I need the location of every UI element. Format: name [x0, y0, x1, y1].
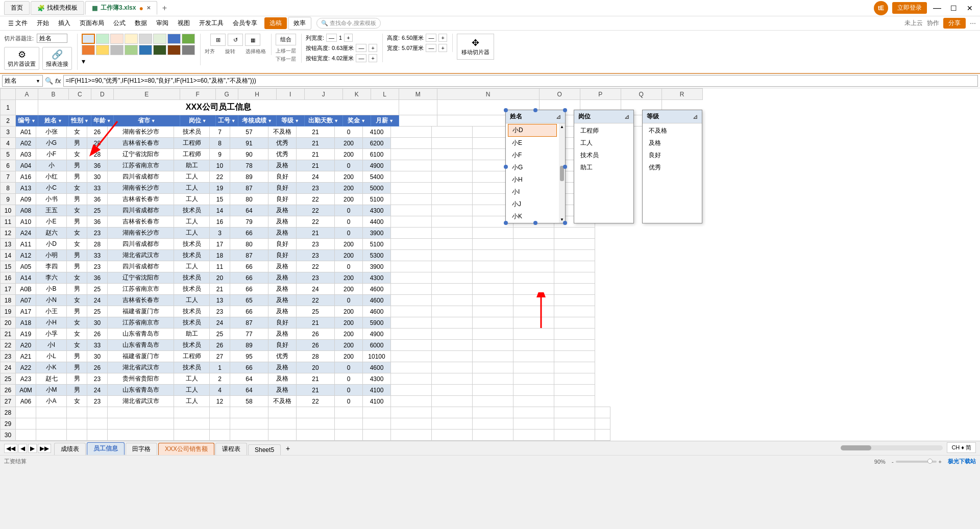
cell[interactable]: 及格	[268, 272, 297, 284]
table-row[interactable]: 18A07小N女24吉林省长春市工人1365及格2204600	[1, 295, 610, 306]
cell[interactable]: 57	[230, 127, 268, 138]
w-minus[interactable]: —	[426, 44, 436, 52]
style-btn-10[interactable]	[96, 45, 109, 55]
cell[interactable]: 工人	[174, 261, 210, 272]
cell[interactable]: A13	[16, 183, 36, 194]
cell[interactable]: 10	[210, 160, 230, 171]
cell[interactable]: 男	[67, 306, 87, 317]
cell[interactable]: 小C	[36, 183, 67, 194]
minimize-btn[interactable]: —	[931, 2, 943, 14]
add-sheet-btn[interactable]: +	[282, 443, 294, 454]
table-row[interactable]: 19A17小王男25福建省厦门市技术员2366及格252004600	[1, 306, 610, 317]
group-btn[interactable]: 组合	[276, 34, 296, 45]
cell[interactable]: 26	[87, 329, 108, 340]
cell[interactable]: 工人	[174, 171, 210, 183]
down-layer-btn[interactable]: 下移一层	[276, 56, 296, 63]
resize-handle-left[interactable]	[504, 165, 508, 169]
cell[interactable]: 200	[335, 239, 363, 250]
cell[interactable]: 200	[335, 317, 363, 329]
cell[interactable]: 11	[210, 261, 230, 272]
cell[interactable]: 技术员	[174, 239, 210, 250]
slicer-item-xiaoE[interactable]: 小E	[508, 137, 557, 149]
cell[interactable]: 18	[210, 250, 230, 261]
cell[interactable]: 10100	[363, 351, 391, 362]
cell[interactable]: 6000	[363, 340, 391, 351]
cell[interactable]: A12	[16, 250, 36, 261]
style-btn-9[interactable]	[82, 45, 95, 55]
slicer-filter-icon-gw[interactable]: ⊿	[624, 113, 629, 120]
cell[interactable]: 4600	[363, 284, 391, 295]
cell[interactable]: 女	[67, 317, 87, 329]
cell[interactable]: 小N	[36, 295, 67, 306]
cell[interactable]: 吉林省长春市	[108, 295, 174, 306]
cell[interactable]: 良好	[268, 183, 297, 194]
cell[interactable]: 200	[335, 183, 363, 194]
cell[interactable]: 小E	[36, 216, 67, 228]
cell[interactable]: 21	[210, 284, 230, 295]
cell[interactable]: 200	[335, 250, 363, 261]
cell[interactable]: 湖北省武汉市	[108, 362, 174, 373]
cell[interactable]: 0	[335, 362, 363, 373]
cell[interactable]: A0B	[16, 284, 36, 295]
cell[interactable]: 小明	[36, 250, 67, 261]
cell[interactable]: A05	[16, 261, 36, 272]
cell[interactable]: 23	[87, 396, 108, 407]
formula-search-icon[interactable]: 🔍	[45, 77, 53, 85]
style-btn-12[interactable]	[125, 45, 138, 55]
cell[interactable]: 小	[36, 160, 67, 171]
cell[interactable]: 64	[230, 205, 268, 216]
cell[interactable]: 小I	[36, 340, 67, 351]
cell[interactable]: 女	[67, 329, 87, 340]
cell[interactable]: 25	[297, 306, 335, 317]
table-row[interactable]: 27A06小A女23湖北省武汉市工人1258不及格2204100	[1, 396, 610, 407]
col-header-c[interactable]: C	[68, 89, 91, 100]
cell[interactable]: 26	[210, 340, 230, 351]
cell[interactable]: 22	[297, 194, 335, 205]
cell[interactable]: 5100	[363, 239, 391, 250]
cell[interactable]: 小L	[36, 351, 67, 362]
cell[interactable]: 江苏省南京市	[108, 160, 174, 171]
col-header-k[interactable]: K	[342, 89, 371, 100]
cell[interactable]: 赵七	[36, 373, 67, 385]
cell[interactable]: 2	[210, 373, 230, 385]
cell[interactable]: 男	[67, 216, 87, 228]
menu-layout[interactable]: 页面布局	[76, 17, 108, 29]
cell[interactable]: 女	[67, 239, 87, 250]
cell[interactable]: 30	[87, 317, 108, 329]
cell[interactable]: 3900	[363, 261, 391, 272]
cell[interactable]: 26	[297, 340, 335, 351]
style-btn-6[interactable]	[153, 34, 166, 44]
menu-data[interactable]: 数据	[131, 17, 151, 29]
cell[interactable]: 0	[335, 127, 363, 138]
cell[interactable]: 24	[297, 284, 335, 295]
col-header-i[interactable]: I	[276, 89, 304, 100]
slicer-item-excellent[interactable]: 优秀	[645, 162, 700, 173]
add-tab-btn[interactable]: +	[158, 2, 171, 15]
cell[interactable]: 200	[335, 284, 363, 295]
resize-handle-bottomleft[interactable]	[504, 221, 508, 225]
cell[interactable]: 12	[210, 396, 230, 407]
cell[interactable]: 4	[210, 385, 230, 396]
row-h-minus[interactable]: —	[356, 44, 366, 52]
cell[interactable]: 66	[230, 362, 268, 373]
col-header-l[interactable]: L	[371, 89, 399, 100]
col-header-b[interactable]: B	[38, 89, 68, 100]
cell[interactable]: 21	[297, 127, 335, 138]
cell[interactable]: 28	[87, 239, 108, 250]
cell[interactable]: 女	[67, 340, 87, 351]
cell[interactable]: 21	[297, 373, 335, 385]
sheet-nav-left[interactable]: ◀◀ ◀ ▶ ▶▶	[4, 444, 51, 455]
cell[interactable]: 22	[297, 261, 335, 272]
tab-tianzige[interactable]: 田字格	[126, 443, 157, 455]
cell[interactable]: A10	[16, 216, 36, 228]
efficiency-btn[interactable]: 效率	[288, 17, 311, 30]
cell[interactable]: 及格	[268, 362, 297, 373]
cell[interactable]: 25	[87, 205, 108, 216]
cell[interactable]: 男	[67, 261, 87, 272]
table-row[interactable]: 15A05李四男23四川省成都市工人1166及格2203900	[1, 261, 610, 272]
cell[interactable]: 男	[67, 373, 87, 385]
resize-handle-top[interactable]	[533, 108, 537, 112]
cell[interactable]: 技术员	[174, 272, 210, 284]
cell[interactable]: 技术员	[174, 340, 210, 351]
slicer-item-fail[interactable]: 不及格	[645, 125, 700, 137]
